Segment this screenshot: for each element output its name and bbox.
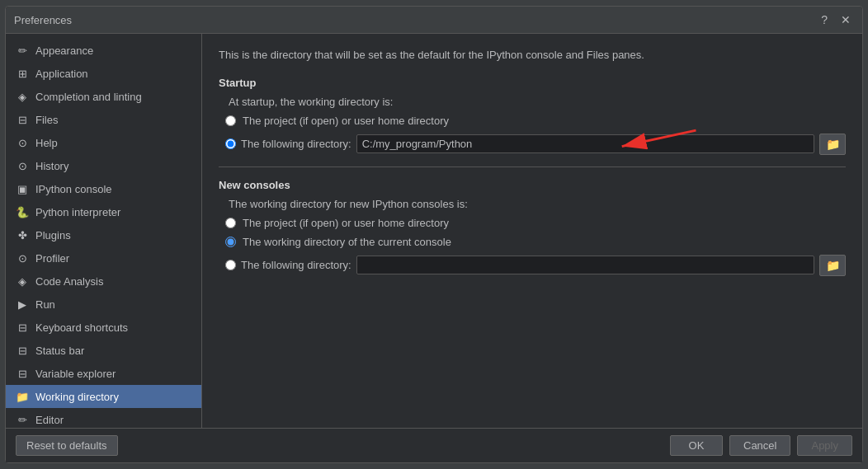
history-label: History (35, 160, 68, 172)
sidebar-item-history[interactable]: ⊙History (6, 154, 201, 177)
variable_explorer-label: Variable explorer (35, 368, 116, 380)
completion-icon: ◈ (16, 90, 29, 103)
new-consoles-option3-radio[interactable] (225, 260, 236, 270)
new-consoles-indent: The working directory for new IPython co… (219, 198, 846, 276)
sidebar: ✏Appearance⊞Application◈Completion and l… (6, 34, 202, 428)
dialog-title: Preferences (14, 14, 72, 26)
status_bar-icon: ⊟ (16, 344, 29, 357)
sidebar-item-files[interactable]: ⊟Files (6, 108, 201, 131)
footer: Reset to defaults OK Cancel Apply (6, 428, 862, 462)
startup-indent: At startup, the working directory is: Th… (219, 96, 846, 155)
ok-button[interactable]: OK (670, 435, 723, 456)
sidebar-item-profiler[interactable]: ⊙Profiler (6, 246, 201, 270)
new-consoles-option3-label[interactable]: The following directory: (241, 259, 351, 271)
run-icon: ▶ (16, 298, 29, 311)
help-icon: ⊙ (16, 136, 29, 149)
appearance-label: Appearance (35, 45, 93, 57)
history-icon: ⊙ (16, 159, 29, 172)
plugins-label: Plugins (35, 229, 71, 242)
sidebar-item-python_interpreter[interactable]: 🐍Python interpreter (6, 200, 201, 223)
keyboard-label: Keyboard shortcuts (35, 321, 128, 334)
new-consoles-option1-label[interactable]: The project (if open) or user home direc… (243, 217, 449, 229)
new-consoles-option2-row: The working directory of the current con… (225, 236, 846, 248)
sidebar-item-run[interactable]: ▶Run (6, 293, 201, 316)
main-content: ✏Appearance⊞Application◈Completion and l… (6, 34, 862, 428)
appearance-icon: ✏ (16, 44, 29, 57)
working_directory-icon: 📁 (16, 390, 29, 403)
content-wrapper: This is the directory that will be set a… (202, 34, 862, 428)
sidebar-item-keyboard[interactable]: ⊟Keyboard shortcuts (6, 316, 201, 339)
new-consoles-browse-button[interactable]: 📁 (819, 255, 846, 276)
startup-title: Startup (219, 77, 846, 89)
sidebar-item-plugins[interactable]: ✤Plugins (6, 223, 201, 246)
python_interpreter-icon: 🐍 (16, 205, 29, 218)
new-consoles-option1-row: The project (if open) or user home direc… (225, 217, 846, 229)
new-consoles-title: New consoles (219, 179, 846, 191)
help-button[interactable]: ? (818, 12, 831, 28)
sidebar-item-editor[interactable]: ✏Editor (6, 408, 201, 428)
sidebar-item-help[interactable]: ⊙Help (6, 131, 201, 154)
startup-option2-label[interactable]: The following directory: (241, 138, 351, 150)
new-consoles-option2-radio[interactable] (225, 237, 236, 247)
new-consoles-option2-label[interactable]: The working directory of the current con… (243, 236, 451, 248)
new-consoles-section: New consoles The working directory for n… (219, 179, 846, 276)
profiler-icon: ⊙ (16, 251, 29, 265)
sidebar-item-application[interactable]: ⊞Application (6, 62, 201, 85)
sidebar-item-completion[interactable]: ◈Completion and linting (6, 85, 201, 108)
files-label: Files (35, 114, 58, 126)
startup-option2-row: The following directory: 📁 (225, 134, 846, 155)
working_directory-label: Working directory (35, 391, 119, 403)
new-consoles-option1-radio[interactable] (225, 218, 236, 228)
editor-label: Editor (35, 414, 64, 426)
sidebar-item-variable_explorer[interactable]: ⊟Variable explorer (6, 362, 201, 385)
new-consoles-sublabel: The working directory for new IPython co… (225, 198, 846, 210)
ipython-icon: ▣ (16, 182, 29, 195)
reset-button[interactable]: Reset to defaults (16, 435, 118, 456)
completion-label: Completion and linting (35, 91, 142, 103)
section-divider (219, 166, 846, 167)
application-label: Application (35, 68, 88, 80)
profiler-label: Profiler (35, 252, 69, 265)
title-bar: Preferences ? ✕ (6, 7, 862, 34)
help-label: Help (35, 137, 58, 149)
keyboard-icon: ⊟ (16, 321, 29, 334)
code_analysis-label: Code Analysis (35, 275, 103, 288)
new-consoles-option3-row: The following directory: 📁 (225, 255, 846, 276)
startup-option1-radio[interactable] (225, 115, 236, 126)
python_interpreter-label: Python interpreter (35, 206, 120, 218)
sidebar-item-status_bar[interactable]: ⊟Status bar (6, 339, 201, 362)
apply-button[interactable]: Apply (797, 435, 852, 456)
run-label: Run (35, 298, 55, 311)
dialog-buttons: OK Cancel Apply (670, 435, 852, 456)
startup-option1-row: The project (if open) or user home direc… (225, 115, 846, 127)
new-consoles-directory-input[interactable] (356, 256, 814, 274)
close-button[interactable]: ✕ (837, 12, 854, 28)
startup-directory-input[interactable] (356, 134, 814, 153)
ipython-label: IPython console (35, 183, 112, 195)
code_analysis-icon: ◈ (16, 274, 29, 288)
sidebar-item-code_analysis[interactable]: ◈Code Analysis (6, 270, 201, 293)
preferences-dialog: Preferences ? ✕ ✏Appearance⊞Application◈… (5, 6, 863, 463)
sidebar-item-appearance[interactable]: ✏Appearance (6, 39, 201, 62)
application-icon: ⊞ (16, 67, 29, 80)
title-bar-controls: ? ✕ (818, 12, 854, 28)
cancel-button[interactable]: Cancel (729, 435, 790, 456)
plugins-icon: ✤ (16, 228, 29, 242)
startup-sublabel: At startup, the working directory is: (225, 96, 846, 108)
startup-option2-radio[interactable] (225, 138, 236, 149)
sidebar-item-working_directory[interactable]: 📁Working directory (6, 385, 201, 408)
content-panel: This is the directory that will be set a… (202, 34, 862, 296)
status_bar-label: Status bar (35, 345, 84, 357)
editor-icon: ✏ (16, 413, 29, 426)
startup-section: Startup At startup, the working director… (219, 77, 846, 155)
variable_explorer-icon: ⊟ (16, 367, 29, 380)
startup-browse-button[interactable]: 📁 (819, 134, 846, 155)
sidebar-item-ipython[interactable]: ▣IPython console (6, 177, 201, 200)
info-text: This is the directory that will be set a… (219, 47, 846, 63)
startup-option1-label[interactable]: The project (if open) or user home direc… (243, 115, 449, 127)
files-icon: ⊟ (16, 113, 29, 126)
